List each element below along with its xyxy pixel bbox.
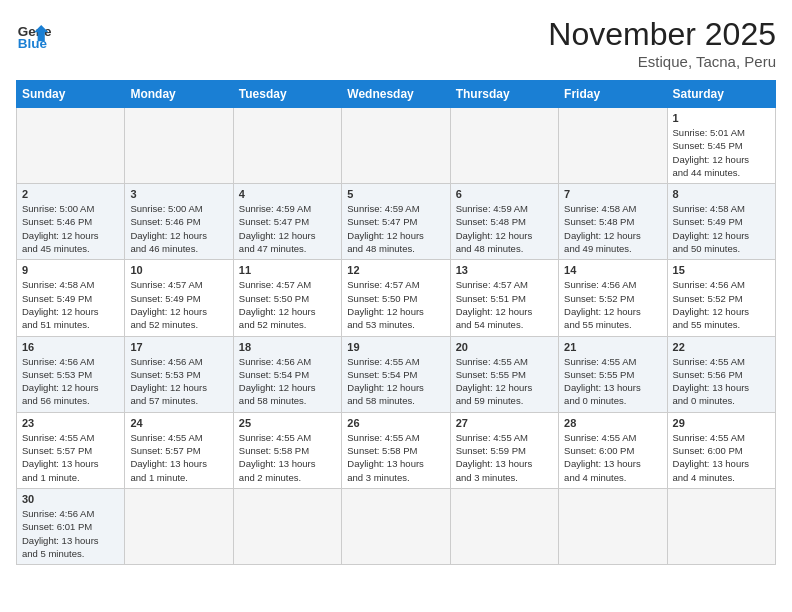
calendar-cell: 19Sunrise: 4:55 AM Sunset: 5:54 PM Dayli… (342, 336, 450, 412)
calendar-cell: 25Sunrise: 4:55 AM Sunset: 5:58 PM Dayli… (233, 412, 341, 488)
day-info: Sunrise: 4:58 AM Sunset: 5:49 PM Dayligh… (22, 278, 119, 331)
day-header-thursday: Thursday (450, 81, 558, 108)
day-number: 11 (239, 264, 336, 276)
calendar-cell (233, 488, 341, 564)
day-number: 7 (564, 188, 661, 200)
calendar-cell (125, 108, 233, 184)
calendar-cell: 8Sunrise: 4:58 AM Sunset: 5:49 PM Daylig… (667, 184, 775, 260)
day-number: 16 (22, 341, 119, 353)
day-number: 1 (673, 112, 770, 124)
day-number: 9 (22, 264, 119, 276)
day-info: Sunrise: 4:56 AM Sunset: 5:52 PM Dayligh… (673, 278, 770, 331)
day-info: Sunrise: 4:56 AM Sunset: 5:53 PM Dayligh… (22, 355, 119, 408)
day-number: 17 (130, 341, 227, 353)
day-number: 25 (239, 417, 336, 429)
day-info: Sunrise: 4:58 AM Sunset: 5:48 PM Dayligh… (564, 202, 661, 255)
calendar-cell: 1Sunrise: 5:01 AM Sunset: 5:45 PM Daylig… (667, 108, 775, 184)
calendar-cell: 16Sunrise: 4:56 AM Sunset: 5:53 PM Dayli… (17, 336, 125, 412)
day-info: Sunrise: 4:55 AM Sunset: 5:57 PM Dayligh… (130, 431, 227, 484)
calendar-cell: 26Sunrise: 4:55 AM Sunset: 5:58 PM Dayli… (342, 412, 450, 488)
calendar-cell (450, 488, 558, 564)
calendar-cell: 22Sunrise: 4:55 AM Sunset: 5:56 PM Dayli… (667, 336, 775, 412)
day-number: 10 (130, 264, 227, 276)
calendar-week-row: 1Sunrise: 5:01 AM Sunset: 5:45 PM Daylig… (17, 108, 776, 184)
day-number: 20 (456, 341, 553, 353)
day-info: Sunrise: 4:57 AM Sunset: 5:49 PM Dayligh… (130, 278, 227, 331)
calendar-cell: 3Sunrise: 5:00 AM Sunset: 5:46 PM Daylig… (125, 184, 233, 260)
calendar-week-row: 30Sunrise: 4:56 AM Sunset: 6:01 PM Dayli… (17, 488, 776, 564)
day-header-saturday: Saturday (667, 81, 775, 108)
calendar-cell (667, 488, 775, 564)
day-info: Sunrise: 4:57 AM Sunset: 5:51 PM Dayligh… (456, 278, 553, 331)
day-number: 8 (673, 188, 770, 200)
day-number: 4 (239, 188, 336, 200)
day-info: Sunrise: 4:59 AM Sunset: 5:47 PM Dayligh… (239, 202, 336, 255)
day-number: 6 (456, 188, 553, 200)
day-header-friday: Friday (559, 81, 667, 108)
calendar-cell (342, 108, 450, 184)
title-block: November 2025 Estique, Tacna, Peru (548, 16, 776, 70)
day-number: 18 (239, 341, 336, 353)
calendar-cell (125, 488, 233, 564)
day-header-monday: Monday (125, 81, 233, 108)
day-number: 28 (564, 417, 661, 429)
calendar-cell: 13Sunrise: 4:57 AM Sunset: 5:51 PM Dayli… (450, 260, 558, 336)
calendar-week-row: 2Sunrise: 5:00 AM Sunset: 5:46 PM Daylig… (17, 184, 776, 260)
calendar-header-row: SundayMondayTuesdayWednesdayThursdayFrid… (17, 81, 776, 108)
day-number: 24 (130, 417, 227, 429)
day-info: Sunrise: 4:58 AM Sunset: 5:49 PM Dayligh… (673, 202, 770, 255)
day-info: Sunrise: 4:59 AM Sunset: 5:47 PM Dayligh… (347, 202, 444, 255)
day-info: Sunrise: 5:01 AM Sunset: 5:45 PM Dayligh… (673, 126, 770, 179)
day-header-tuesday: Tuesday (233, 81, 341, 108)
calendar-cell: 5Sunrise: 4:59 AM Sunset: 5:47 PM Daylig… (342, 184, 450, 260)
day-number: 2 (22, 188, 119, 200)
calendar-cell: 14Sunrise: 4:56 AM Sunset: 5:52 PM Dayli… (559, 260, 667, 336)
calendar-cell: 4Sunrise: 4:59 AM Sunset: 5:47 PM Daylig… (233, 184, 341, 260)
day-info: Sunrise: 5:00 AM Sunset: 5:46 PM Dayligh… (22, 202, 119, 255)
day-number: 22 (673, 341, 770, 353)
page-header: General Blue November 2025 Estique, Tacn… (16, 16, 776, 70)
day-info: Sunrise: 4:55 AM Sunset: 6:00 PM Dayligh… (564, 431, 661, 484)
logo-icon: General Blue (16, 16, 52, 52)
location-title: Estique, Tacna, Peru (548, 53, 776, 70)
day-number: 21 (564, 341, 661, 353)
day-info: Sunrise: 4:55 AM Sunset: 5:58 PM Dayligh… (347, 431, 444, 484)
day-info: Sunrise: 4:55 AM Sunset: 5:59 PM Dayligh… (456, 431, 553, 484)
calendar-cell: 21Sunrise: 4:55 AM Sunset: 5:55 PM Dayli… (559, 336, 667, 412)
day-number: 23 (22, 417, 119, 429)
calendar-cell: 9Sunrise: 4:58 AM Sunset: 5:49 PM Daylig… (17, 260, 125, 336)
day-number: 3 (130, 188, 227, 200)
calendar-cell (559, 108, 667, 184)
calendar-cell: 20Sunrise: 4:55 AM Sunset: 5:55 PM Dayli… (450, 336, 558, 412)
calendar-cell: 30Sunrise: 4:56 AM Sunset: 6:01 PM Dayli… (17, 488, 125, 564)
day-number: 29 (673, 417, 770, 429)
calendar-week-row: 9Sunrise: 4:58 AM Sunset: 5:49 PM Daylig… (17, 260, 776, 336)
day-number: 15 (673, 264, 770, 276)
day-info: Sunrise: 4:55 AM Sunset: 6:00 PM Dayligh… (673, 431, 770, 484)
calendar-cell: 12Sunrise: 4:57 AM Sunset: 5:50 PM Dayli… (342, 260, 450, 336)
day-number: 5 (347, 188, 444, 200)
calendar-week-row: 23Sunrise: 4:55 AM Sunset: 5:57 PM Dayli… (17, 412, 776, 488)
day-number: 13 (456, 264, 553, 276)
day-info: Sunrise: 4:55 AM Sunset: 5:58 PM Dayligh… (239, 431, 336, 484)
day-info: Sunrise: 4:55 AM Sunset: 5:56 PM Dayligh… (673, 355, 770, 408)
day-header-wednesday: Wednesday (342, 81, 450, 108)
calendar-cell: 10Sunrise: 4:57 AM Sunset: 5:49 PM Dayli… (125, 260, 233, 336)
day-header-sunday: Sunday (17, 81, 125, 108)
calendar-cell: 11Sunrise: 4:57 AM Sunset: 5:50 PM Dayli… (233, 260, 341, 336)
calendar-cell (233, 108, 341, 184)
day-number: 30 (22, 493, 119, 505)
calendar-cell (17, 108, 125, 184)
day-number: 14 (564, 264, 661, 276)
logo: General Blue (16, 16, 52, 52)
month-title: November 2025 (548, 16, 776, 53)
day-number: 19 (347, 341, 444, 353)
day-number: 27 (456, 417, 553, 429)
calendar-cell (342, 488, 450, 564)
day-info: Sunrise: 4:57 AM Sunset: 5:50 PM Dayligh… (347, 278, 444, 331)
calendar-cell: 24Sunrise: 4:55 AM Sunset: 5:57 PM Dayli… (125, 412, 233, 488)
calendar-cell (450, 108, 558, 184)
calendar-cell: 15Sunrise: 4:56 AM Sunset: 5:52 PM Dayli… (667, 260, 775, 336)
calendar-cell: 29Sunrise: 4:55 AM Sunset: 6:00 PM Dayli… (667, 412, 775, 488)
calendar-week-row: 16Sunrise: 4:56 AM Sunset: 5:53 PM Dayli… (17, 336, 776, 412)
